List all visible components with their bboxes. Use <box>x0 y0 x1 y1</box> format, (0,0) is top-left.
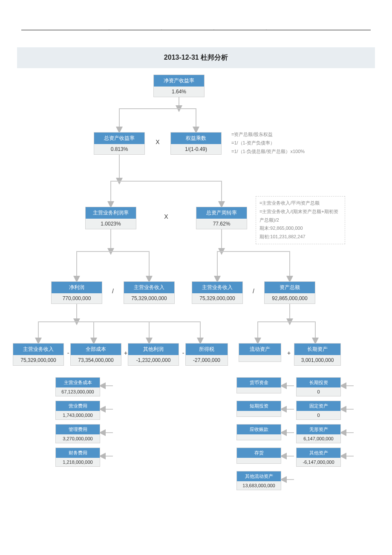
node-othercur: 其他流动资产 13,683,000,000 <box>236 471 281 490</box>
node-stinv: 短期投资 <box>236 401 281 417</box>
node-tax-value: -27,000,000 <box>185 355 228 366</box>
op-multiply-1: X <box>153 139 162 145</box>
node-otherprof: 其他利润 -1,232,000,000 <box>128 343 179 366</box>
node-curasset: 流动资产 <box>239 343 281 362</box>
node-otherast: 其他资产 -6,147,000,000 <box>296 448 341 467</box>
note-eqmult-l1: =资产总额/股东权益 <box>231 130 305 139</box>
node-totalasset: 资产总额 92,865,000,000 <box>264 281 315 304</box>
op-multiply-2: X <box>162 213 170 220</box>
node-fixed-label: 固定资产 <box>296 401 341 411</box>
node-tax-label: 所得税 <box>185 343 228 355</box>
node-tax: 所得税 -27,000,000 <box>185 343 228 366</box>
node-otherprof-label: 其他利润 <box>128 343 179 355</box>
node-eqmult-label: 权益乘数 <box>170 132 222 144</box>
node-fixed: 固定资产 0 <box>296 401 341 420</box>
node-ar: 应收账款 <box>236 424 281 440</box>
node-netprofit-value: 770,000,000 <box>51 293 102 304</box>
node-ltasset-label: 长期资产 <box>294 343 341 355</box>
node-inv-label: 存货 <box>236 448 281 458</box>
node-turnover-value: 77.62% <box>196 219 247 229</box>
node-revenue1-label: 主营业务收入 <box>124 281 175 293</box>
node-eqmult: 权益乘数 1/(1-0.49) <box>170 132 222 155</box>
node-inv: 存货 <box>236 448 281 464</box>
node-mgmtexp: 管理费用 3,270,000,000 <box>55 424 100 443</box>
node-roe-label: 净资产收益率 <box>153 75 205 87</box>
node-roa-label: 总资产收益率 <box>94 132 145 144</box>
note-turnover-l4: 期初:101,231,882,247 <box>259 233 341 241</box>
node-sellexp: 营业费用 1,743,000,000 <box>55 401 100 420</box>
node-allcost-value: 73,354,000,000 <box>70 355 121 366</box>
node-revenue1: 主营业务收入 75,329,000,000 <box>124 281 175 304</box>
note-turnover-l2: =主营业务收入/(期末资产总额+期初资产总额)/2 <box>259 208 341 225</box>
node-roe: 净资产收益率 1.64% <box>153 75 205 97</box>
node-opmargin: 主营业务利润率 1.0023% <box>85 207 136 229</box>
op-divide-2: / <box>249 288 258 295</box>
node-ar-value <box>236 434 281 440</box>
node-intang: 无形资产 6,147,000,000 <box>296 424 341 443</box>
node-ltasset-value: 3,001,000,000 <box>294 355 341 366</box>
node-cash-value <box>236 387 281 393</box>
diagram-container: 2013-12-31 杜邦分析 <box>0 30 392 554</box>
note-eqmult: =资产总额/股东权益 =1/（1-资产负债率） =1/（1-负债总额/资产总额）… <box>228 128 308 158</box>
node-opmargin-value: 1.0023% <box>85 219 136 229</box>
node-ltinv-label: 长期投资 <box>296 377 341 387</box>
node-otherprof-value: -1,232,000,000 <box>128 355 179 366</box>
note-turnover-l3: 期末:92,865,000,000 <box>259 224 341 233</box>
node-eqmult-value: 1/(1-0.49) <box>170 144 222 155</box>
node-revenue3-label: 主营业务收入 <box>13 343 64 355</box>
note-turnover: =主营业务收入/平均资产总额 =主营业务收入/(期末资产总额+期初资产总额)/2… <box>256 196 345 244</box>
node-turnover: 总资产周转率 77.62% <box>196 207 247 229</box>
node-roe-value: 1.64% <box>153 87 205 97</box>
node-finexp-label: 财务费用 <box>55 448 100 458</box>
note-eqmult-l2: =1/（1-资产负债率） <box>231 139 305 147</box>
node-fixed-value: 0 <box>296 411 341 420</box>
title-bar: 2013-12-31 杜邦分析 <box>17 47 375 68</box>
node-cogs: 主营业务成本 67,123,000,000 <box>55 377 100 396</box>
op-plus-2: + <box>285 350 293 356</box>
node-othercur-value: 13,683,000,000 <box>236 481 281 490</box>
node-sellexp-label: 营业费用 <box>55 401 100 411</box>
node-mgmtexp-value: 3,270,000,000 <box>55 434 100 443</box>
node-intang-value: 6,147,000,000 <box>296 434 341 443</box>
diagram-stage: 净资产收益率 1.64% 总资产收益率 0.813% X 权益乘数 1/(1-0… <box>17 68 375 537</box>
node-allcost-label: 全部成本 <box>70 343 121 355</box>
node-totalasset-value: 92,865,000,000 <box>264 293 315 304</box>
node-cogs-value: 67,123,000,000 <box>55 387 100 396</box>
node-ar-label: 应收账款 <box>236 424 281 434</box>
node-otherast-label: 其他资产 <box>296 448 341 458</box>
node-othercur-label: 其他流动资产 <box>236 471 281 481</box>
node-cash: 货币资金 <box>236 377 281 393</box>
op-divide-1: / <box>109 288 117 295</box>
node-cogs-label: 主营业务成本 <box>55 377 100 387</box>
node-revenue2-value: 75,329,000,000 <box>192 293 243 304</box>
node-revenue3: 主营业务收入 75,329,000,000 <box>13 343 64 366</box>
node-turnover-label: 总资产周转率 <box>196 207 247 219</box>
note-eqmult-l3: =1/（1-负债总额/资产总额）x100% <box>231 147 305 156</box>
node-revenue2: 主营业务收入 75,329,000,000 <box>192 281 243 304</box>
node-netprofit: 净利润 770,000,000 <box>51 281 102 304</box>
node-curasset-value <box>239 355 281 362</box>
node-roa-value: 0.813% <box>94 144 145 155</box>
node-stinv-label: 短期投资 <box>236 401 281 411</box>
node-ltinv: 长期投资 0 <box>296 377 341 396</box>
node-totalasset-label: 资产总额 <box>264 281 315 293</box>
node-revenue2-label: 主营业务收入 <box>192 281 243 293</box>
node-curasset-label: 流动资产 <box>239 343 281 355</box>
node-mgmtexp-label: 管理费用 <box>55 424 100 434</box>
node-roa: 总资产收益率 0.813% <box>94 132 145 155</box>
note-turnover-l1: =主营业务收入/平均资产总额 <box>259 199 341 208</box>
node-cash-label: 货币资金 <box>236 377 281 387</box>
node-stinv-value <box>236 411 281 417</box>
node-finexp: 财务费用 1,218,000,000 <box>55 448 100 467</box>
node-sellexp-value: 1,743,000,000 <box>55 411 100 420</box>
node-ltinv-value: 0 <box>296 387 341 396</box>
node-ltasset: 长期资产 3,001,000,000 <box>294 343 341 366</box>
node-otherast-value: -6,147,000,000 <box>296 458 341 467</box>
node-netprofit-label: 净利润 <box>51 281 102 293</box>
node-revenue1-value: 75,329,000,000 <box>124 293 175 304</box>
node-revenue3-value: 75,329,000,000 <box>13 355 64 366</box>
node-finexp-value: 1,218,000,000 <box>55 458 100 467</box>
node-opmargin-label: 主营业务利润率 <box>85 207 136 219</box>
node-allcost: 全部成本 73,354,000,000 <box>70 343 121 366</box>
node-intang-label: 无形资产 <box>296 424 341 434</box>
